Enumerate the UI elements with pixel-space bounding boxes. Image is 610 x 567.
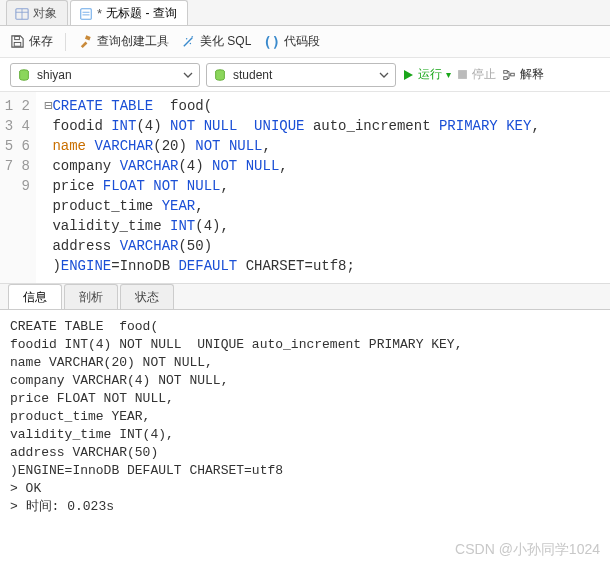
builder-label: 查询创建工具 (97, 33, 169, 50)
schema-value: student (233, 68, 272, 82)
save-label: 保存 (29, 33, 53, 50)
wand-icon (181, 34, 196, 49)
tab-profile[interactable]: 剖析 (64, 284, 118, 309)
connection-value: shiyan (37, 68, 72, 82)
save-button[interactable]: 保存 (10, 33, 53, 50)
snippet-button[interactable]: () 代码段 (263, 33, 320, 50)
tab-query-label: 无标题 - 查询 (106, 5, 177, 22)
schema-select[interactable]: student (206, 63, 396, 87)
braces-icon: () (263, 34, 280, 50)
run-button[interactable]: 运行 ▾ (402, 66, 451, 83)
explain-icon (502, 68, 516, 82)
svg-rect-6 (15, 36, 20, 39)
chevron-down-icon (183, 70, 193, 80)
run-dropdown-caret[interactable]: ▾ (446, 69, 451, 80)
main-toolbar: 保存 查询创建工具 美化 SQL () 代码段 (0, 26, 610, 58)
explain-button[interactable]: 解释 (502, 66, 544, 83)
svg-rect-15 (504, 76, 508, 79)
watermark: CSDN @小孙同学1024 (455, 541, 600, 559)
schema-icon (213, 68, 227, 82)
toolbar-divider (65, 33, 66, 51)
tab-profile-label: 剖析 (79, 290, 103, 304)
database-icon (17, 68, 31, 82)
stop-button: 停止 (457, 66, 496, 83)
hammer-icon (78, 34, 93, 49)
modified-indicator: * (97, 7, 102, 20)
tab-query[interactable]: * 无标题 - 查询 (70, 0, 188, 25)
connection-bar: shiyan student 运行 ▾ 停止 解释 (0, 58, 610, 92)
play-icon (402, 69, 414, 81)
table-icon (15, 7, 29, 21)
chevron-down-icon (379, 70, 389, 80)
connection-select[interactable]: shiyan (10, 63, 200, 87)
code-area[interactable]: ⊟CREATE TABLE food( foodid INT(4) NOT NU… (36, 92, 610, 283)
svg-rect-8 (85, 35, 91, 40)
run-label: 运行 (418, 66, 442, 83)
beautify-label: 美化 SQL (200, 33, 251, 50)
svg-rect-16 (511, 73, 515, 76)
explain-label: 解释 (520, 66, 544, 83)
svg-rect-3 (81, 8, 92, 19)
tab-objects[interactable]: 对象 (6, 0, 68, 25)
svg-rect-7 (14, 42, 21, 46)
stop-icon (457, 69, 468, 80)
save-icon (10, 34, 25, 49)
result-tabbar: 信息 剖析 状态 (0, 284, 610, 310)
tab-objects-label: 对象 (33, 5, 57, 22)
stop-label: 停止 (472, 66, 496, 83)
beautify-sql-button[interactable]: 美化 SQL (181, 33, 251, 50)
output-pane[interactable]: CREATE TABLE food( foodid INT(4) NOT NUL… (0, 310, 610, 540)
svg-rect-14 (504, 70, 508, 73)
line-gutter: 1 2 3 4 5 6 7 8 9 (0, 92, 36, 283)
svg-point-9 (186, 38, 188, 40)
tab-status[interactable]: 状态 (120, 284, 174, 309)
snippet-label: 代码段 (284, 33, 320, 50)
tab-status-label: 状态 (135, 290, 159, 304)
svg-point-10 (190, 43, 192, 45)
tab-info[interactable]: 信息 (8, 284, 62, 309)
query-icon (79, 7, 93, 21)
sql-editor[interactable]: 1 2 3 4 5 6 7 8 9 ⊟CREATE TABLE food( fo… (0, 92, 610, 284)
document-tabbar: 对象 * 无标题 - 查询 (0, 0, 610, 26)
query-builder-button[interactable]: 查询创建工具 (78, 33, 169, 50)
tab-info-label: 信息 (23, 290, 47, 304)
svg-rect-13 (458, 70, 467, 79)
